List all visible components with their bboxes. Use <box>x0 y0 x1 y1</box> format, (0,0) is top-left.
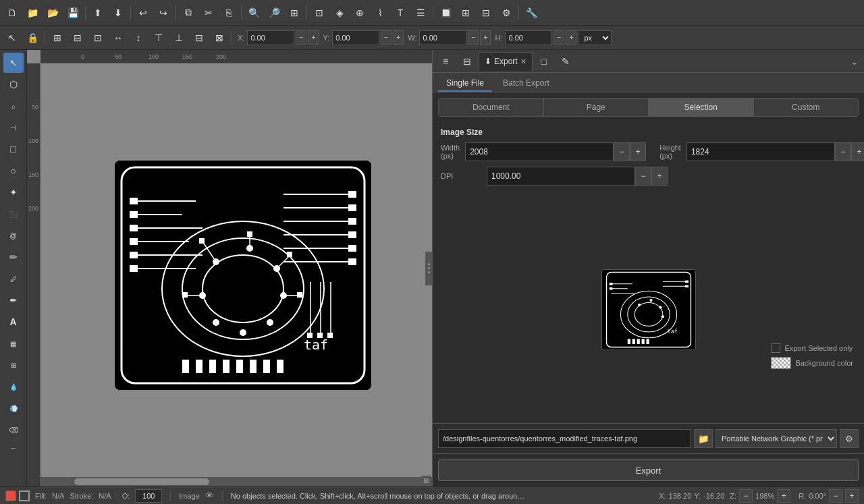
export-tab-close[interactable]: ✕ <box>520 57 526 66</box>
x-plus[interactable]: + <box>308 30 319 45</box>
transform-button[interactable]: ⊡ <box>310 3 329 22</box>
select-tool-top[interactable]: ↖ <box>3 28 22 47</box>
format-select[interactable]: Portable Network Graphic (*.png) <box>716 429 837 448</box>
type-tab-page[interactable]: Page <box>544 99 649 116</box>
copy-button[interactable]: ⎘ <box>219 3 238 22</box>
flip-h[interactable]: ↔ <box>109 28 128 47</box>
h-minus[interactable]: − <box>554 30 564 45</box>
connector-tool[interactable]: ⌒ <box>3 441 24 461</box>
dpi-minus-btn[interactable]: − <box>635 167 651 186</box>
transform-coords[interactable]: ⊡ <box>88 28 107 47</box>
xml-button[interactable]: 🔲 <box>436 3 455 22</box>
extensions-button[interactable]: ⚙ <box>497 3 516 22</box>
x-input[interactable] <box>247 30 294 45</box>
type-tab-document[interactable]: Document <box>439 99 544 116</box>
snap-button[interactable]: 🔒 <box>23 28 42 47</box>
pencil-tool[interactable]: ✏ <box>3 247 24 267</box>
text-tool[interactable]: A <box>3 312 24 332</box>
snap-nodes[interactable]: ⊞ <box>48 28 67 47</box>
gradient-tool[interactable]: ▦ <box>3 333 24 354</box>
canvas-content[interactable]: taf <box>40 63 432 473</box>
zoom-tool[interactable]: ⌕ <box>3 96 24 116</box>
star-tool[interactable]: ✦ <box>3 182 24 202</box>
eraser-tool[interactable]: ⌫ <box>3 420 24 440</box>
subtab-single-file[interactable]: Single File <box>438 76 492 92</box>
find-button[interactable]: 🔍 <box>244 3 263 22</box>
w-input[interactable] <box>419 30 466 45</box>
calligraphy-tool[interactable]: ✒ <box>3 290 24 310</box>
spray-tool[interactable]: 💨 <box>3 398 24 418</box>
export-selected-checkbox[interactable] <box>771 343 780 353</box>
select-tool[interactable]: ↖ <box>3 53 24 73</box>
measure-tool[interactable]: ⊣ <box>3 117 24 138</box>
dpi-plus-btn[interactable]: + <box>651 167 668 186</box>
rect-tool[interactable]: □ <box>3 139 24 159</box>
rotate-plus-btn[interactable]: + <box>845 489 859 503</box>
panel-tab-align[interactable]: ⊟ <box>457 52 477 71</box>
open-button[interactable]: 📁 <box>23 3 42 22</box>
mesh-tool[interactable]: ⊞ <box>3 355 24 375</box>
undo-button[interactable]: ↩ <box>134 3 153 22</box>
text-format-button[interactable]: T <box>391 3 410 22</box>
w-minus[interactable]: − <box>468 30 479 45</box>
dropper-tool[interactable]: 💧 <box>3 376 24 397</box>
y-input[interactable] <box>332 30 379 45</box>
panel-tab-objects[interactable]: ≡ <box>435 52 456 71</box>
w-plus[interactable]: + <box>480 30 491 45</box>
import-button[interactable]: ⬆ <box>88 3 107 22</box>
canvas-area[interactable]: 0 50 100 150 200 50 100 150 200 <box>27 50 432 486</box>
snap-to-grid[interactable]: ⊟ <box>68 28 87 47</box>
align-top[interactable]: ⊤ <box>149 28 168 47</box>
3d-tool[interactable]: ⬛ <box>3 204 24 224</box>
stroke-color-swatch[interactable] <box>19 491 30 501</box>
file-path-input[interactable] <box>438 429 691 448</box>
scrollbar-thumb[interactable] <box>74 478 209 485</box>
flip-v[interactable]: ↕ <box>129 28 148 47</box>
panel-drag-handle[interactable] <box>425 252 432 285</box>
effects-button[interactable]: ☰ <box>411 3 430 22</box>
path-button[interactable]: ⌇ <box>371 3 389 22</box>
symbols-button[interactable]: ⊞ <box>456 3 475 22</box>
height-input[interactable] <box>686 142 835 161</box>
file-browse-btn[interactable]: 📁 <box>694 429 713 448</box>
circle-tool[interactable]: ○ <box>3 161 24 181</box>
units-select[interactable]: px <box>578 30 612 45</box>
canvas-scrollbar[interactable]: ⊞ <box>40 477 432 486</box>
height-plus-btn[interactable]: + <box>851 142 864 161</box>
h-plus[interactable]: + <box>566 30 576 45</box>
zoom-out-btn[interactable]: − <box>739 489 753 503</box>
subtab-batch-export[interactable]: Batch Export <box>495 76 558 92</box>
format-settings-btn[interactable]: ⚙ <box>840 429 859 448</box>
y-plus[interactable]: + <box>393 30 404 45</box>
panel-tab-object2[interactable]: □ <box>534 52 554 71</box>
type-tab-selection[interactable]: Selection <box>649 99 754 116</box>
x-minus[interactable]: − <box>296 30 306 45</box>
panel-tab-export[interactable]: ⬇ Export ✕ <box>479 52 533 71</box>
bg-color-swatch[interactable] <box>771 357 791 369</box>
zoom-drawing-button[interactable]: 🔎 <box>265 3 284 22</box>
dist-h[interactable]: ⊠ <box>210 28 229 47</box>
new-button[interactable]: 🗋 <box>3 3 22 22</box>
h-input[interactable] <box>505 30 552 45</box>
zoom-in-btn[interactable]: + <box>777 489 790 503</box>
panel-tab-edit[interactable]: ✎ <box>556 52 576 71</box>
node-tool[interactable]: ⬡ <box>3 74 24 94</box>
height-minus-btn[interactable]: − <box>835 142 851 161</box>
pen-tool[interactable]: 🖊 <box>3 269 24 289</box>
redo-button[interactable]: ↪ <box>154 3 173 22</box>
align-mid[interactable]: ⊥ <box>169 28 188 47</box>
preferences-button[interactable]: 🔧 <box>522 3 541 22</box>
dpi-input[interactable] <box>487 167 635 186</box>
zoom-fit-button[interactable]: ⊞ <box>285 3 304 22</box>
save-button[interactable]: 💾 <box>63 3 82 22</box>
width-input[interactable] <box>465 142 614 161</box>
width-minus-btn[interactable]: − <box>614 142 630 161</box>
rotate-minus-btn[interactable]: − <box>829 489 842 503</box>
panel-expand-btn[interactable]: ⌄ <box>848 55 861 68</box>
width-plus-btn[interactable]: + <box>630 142 646 161</box>
open-recent-button[interactable]: 📂 <box>43 3 62 22</box>
align-bottom[interactable]: ⊟ <box>190 28 209 47</box>
copy-place-button[interactable]: ⧉ <box>179 3 198 22</box>
fill-color-swatch[interactable] <box>5 491 16 501</box>
boolean-button[interactable]: ⊕ <box>350 3 369 22</box>
